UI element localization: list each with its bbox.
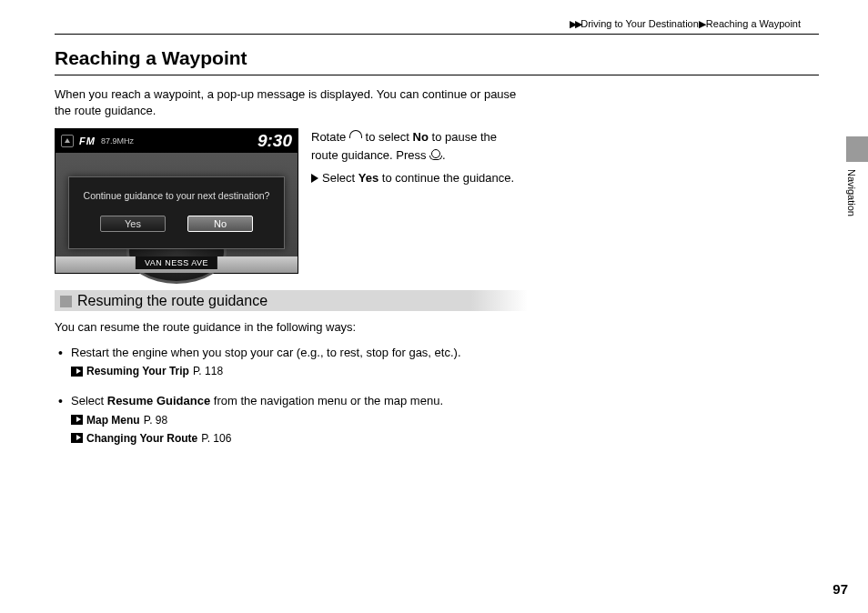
dialog-yes-button: Yes (100, 216, 166, 232)
instr1-d: . (442, 148, 446, 162)
breadcrumb-level1: Driving to Your Destination (580, 18, 699, 29)
instr2-b: to continue the guidance. (378, 171, 514, 185)
top-rule (55, 34, 819, 35)
page-number: 97 (833, 581, 848, 597)
xref: Changing Your Route P. 106 (71, 430, 819, 447)
breadcrumb-level2: Reaching a Waypoint (706, 18, 801, 29)
xref-label: Changing Your Route (86, 430, 197, 447)
subheading-text: Resuming the route guidance (77, 293, 267, 309)
instr2-yes: Yes (358, 171, 378, 185)
rotate-icon (349, 130, 362, 143)
bullet-text-2-bold: Resume Guidance (107, 394, 210, 407)
breadcrumb-sep: ▶ (699, 18, 706, 29)
bullet-list: Restart the engine when you stop your ca… (55, 344, 819, 447)
xref-page: P. 118 (193, 363, 223, 379)
subheading: Resuming the route guidance (55, 290, 528, 311)
xref-page: P. 98 (144, 412, 167, 428)
instr1-no: No (413, 130, 429, 144)
screenshot-statusbar: FM 87.9MHz 9:30 (56, 129, 298, 153)
radio-freq: 87.9MHz (101, 136, 134, 146)
instr2-a: Select (322, 171, 358, 185)
xref-icon (71, 433, 83, 443)
instructions: Rotate to select No to pause the route g… (311, 128, 520, 187)
xref: Map Menu P. 98 (71, 412, 819, 428)
breadcrumb: ▶▶Driving to Your Destination▶Reaching a… (55, 18, 819, 34)
bullet-text-2a: Select (71, 394, 107, 407)
xref: Resuming Your Trip P. 118 (71, 363, 819, 379)
radio-band: FM (79, 136, 96, 146)
intro-paragraph: When you reach a waypoint, a pop-up mess… (55, 86, 528, 119)
breadcrumb-arrows: ▶▶ (570, 18, 580, 29)
xref-page: P. 106 (201, 430, 231, 447)
screenshot-street-name: VAN NESS AVE (136, 256, 217, 269)
side-tab-marker (846, 136, 868, 162)
bullet-text-1: Restart the engine when you stop your ca… (71, 346, 461, 359)
home-icon (61, 135, 74, 147)
xref-icon (71, 415, 83, 425)
list-item: Select Resume Guidance from the navigati… (55, 392, 819, 447)
dialog-message: Continue guidance to your next destinati… (69, 177, 284, 201)
bullet-text-2b: from the navigation menu or the map menu… (210, 394, 443, 407)
square-bullet-icon (60, 296, 72, 307)
side-tab: Navigation (846, 136, 868, 220)
side-tab-label: Navigation (846, 162, 857, 218)
dialog-no-button: No (187, 216, 253, 232)
triangle-icon (311, 174, 318, 183)
device-screenshot: FM 87.9MHz 9:30 Continue guidance to you… (55, 128, 298, 274)
list-item: Restart the engine when you stop your ca… (55, 344, 819, 380)
xref-label: Map Menu (86, 412, 140, 428)
xref-label: Resuming Your Trip (86, 363, 189, 379)
press-icon (429, 148, 442, 161)
xref-icon (71, 367, 83, 377)
clock: 9:30 (257, 131, 292, 151)
instr1-a: Rotate (311, 130, 349, 144)
resume-intro: You can resume the route guidance in the… (55, 318, 546, 337)
screenshot-dialog: Continue guidance to your next destinati… (68, 176, 285, 249)
page-title: Reaching a Waypoint (55, 47, 819, 75)
instr1-b: to select (362, 130, 413, 144)
